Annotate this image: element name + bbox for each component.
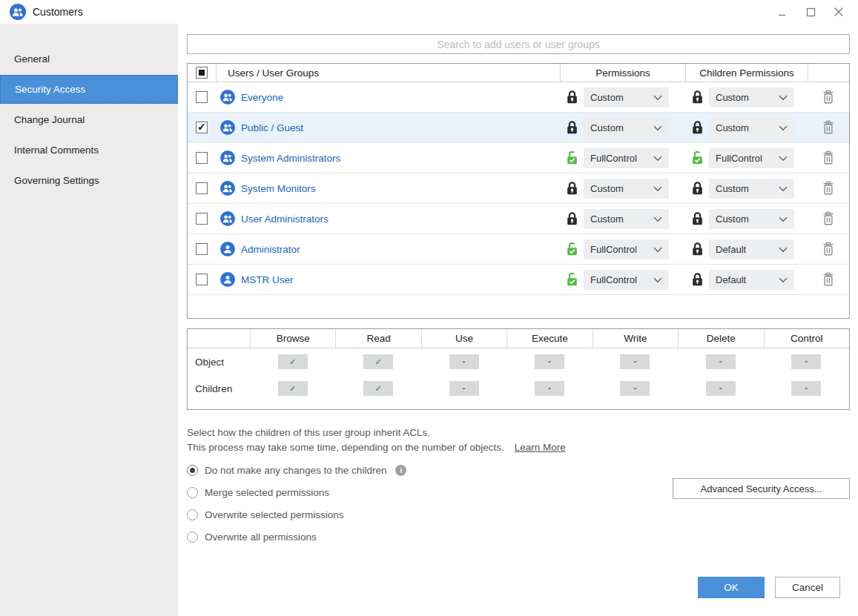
permission-toggle[interactable] [363,381,393,396]
children-permissions-dropdown[interactable]: Custom [709,179,794,199]
permission-toggle[interactable] [278,381,308,396]
acl-description-line2: This process may take some time, dependi… [187,442,504,453]
delete-icon[interactable] [822,242,835,256]
delete-icon[interactable] [822,150,835,165]
user-name[interactable]: Public / Guest [241,122,303,133]
permission-lock-icon[interactable] [566,120,578,135]
children-permission-lock-icon[interactable] [691,120,704,135]
permission-lock-icon[interactable] [566,242,578,256]
radio-button[interactable] [187,531,198,543]
delete-icon[interactable] [822,90,835,105]
sidebar-item-security-access[interactable]: Security Access [0,75,178,104]
search-input[interactable] [188,35,849,53]
delete-icon[interactable] [822,120,835,135]
ok-button[interactable]: OK [698,577,765,598]
children-permission-lock-icon[interactable] [691,211,704,226]
select-all-checkbox[interactable] [196,67,208,79]
radio-button[interactable] [187,509,198,520]
permission-lock-icon[interactable] [566,272,578,287]
chevron-down-icon [779,151,788,165]
permission-toggle[interactable] [791,381,821,396]
table-row: MSTR User FullControl Default [188,265,849,295]
permission-toggle[interactable] [535,381,564,396]
permissions-dropdown[interactable]: Custom [584,179,669,199]
children-permissions-dropdown[interactable]: Default [709,270,794,290]
children-permissions-dropdown[interactable]: Custom [709,209,794,229]
matrix-column-header: Use [455,333,473,344]
row-checkbox[interactable] [196,91,208,103]
user-name[interactable]: System Monitors [241,183,316,194]
permissions-dropdown[interactable]: Custom [584,87,669,107]
permission-toggle[interactable] [278,354,308,369]
radio-option-no-changes[interactable]: Do not make any changes to the children … [187,463,406,477]
user-name[interactable]: MSTR User [241,274,294,285]
sidebar-item-internal-comments[interactable]: Internal Comments [0,136,178,165]
permission-toggle[interactable] [791,354,821,369]
user-name[interactable]: Everyone [241,92,283,103]
permissions-dropdown[interactable]: FullControl [584,270,669,290]
permission-toggle[interactable] [449,381,479,396]
radio-option-merge[interactable]: Merge selected permissions [187,485,329,500]
matrix-row-object: Object [188,348,849,375]
radio-label: Overwrite all permissions [205,531,317,543]
radio-button[interactable] [187,465,198,476]
advanced-security-access-button[interactable]: Advanced Security Access... [673,478,850,499]
children-permissions-dropdown[interactable]: FullControl [709,148,794,168]
children-permission-lock-icon[interactable] [691,181,704,196]
user-name[interactable]: Administrator [241,244,300,255]
user-name[interactable]: System Administrators [241,153,340,164]
sidebar-item-governing-settings[interactable]: Governing Settings [0,166,178,195]
sidebar-item-general[interactable]: General [0,44,178,73]
chevron-down-icon [779,242,788,256]
children-permission-lock-icon[interactable] [691,150,704,165]
radio-option-overwrite-selected[interactable]: Overwrite selected permissions [187,507,344,522]
matrix-column-header: Browse [277,333,310,344]
radio-label: Merge selected permissions [205,487,329,498]
permissions-dropdown[interactable]: FullControl [584,148,669,168]
cancel-button[interactable]: Cancel [775,577,840,598]
user-name[interactable]: User Administrators [241,213,329,225]
children-permission-lock-icon[interactable] [691,242,704,256]
learn-more-link[interactable]: Learn More [515,442,566,453]
row-checkbox[interactable] [196,182,208,194]
permission-lock-icon[interactable] [566,150,578,165]
permission-toggle[interactable] [363,354,393,369]
permission-toggle[interactable] [449,354,479,369]
row-checkbox[interactable] [196,213,208,225]
maximize-button[interactable] [805,6,816,18]
permission-toggle[interactable] [706,354,736,369]
user-group-icon [220,150,235,165]
permission-toggle[interactable] [620,381,650,396]
row-checkbox[interactable] [196,152,208,164]
minimize-button[interactable] [776,6,788,18]
user-group-icon [220,181,235,196]
permission-lock-icon[interactable] [566,181,578,196]
children-permissions-dropdown[interactable]: Custom [709,118,794,138]
permissions-dropdown[interactable]: Custom [584,209,669,229]
permission-toggle[interactable] [620,354,650,369]
info-icon[interactable]: i [395,465,406,476]
children-permissions-dropdown[interactable]: Default [709,239,794,259]
chevron-down-icon [653,273,662,286]
sidebar-item-change-journal[interactable]: Change Journal [0,105,178,134]
permission-lock-icon[interactable] [566,90,578,105]
permissions-dropdown[interactable]: Custom [584,118,669,138]
delete-icon[interactable] [822,272,835,287]
children-permission-lock-icon[interactable] [691,90,704,105]
table-row: User Administrators Custom Custom [188,204,849,234]
children-permission-lock-icon[interactable] [691,272,704,287]
row-checkbox[interactable] [196,122,208,133]
permission-toggle[interactable] [706,381,736,396]
permission-toggle[interactable] [535,354,564,369]
close-button[interactable] [833,6,845,18]
children-permissions-dropdown[interactable]: Custom [709,87,794,107]
permission-lock-icon[interactable] [566,211,578,226]
permissions-dropdown[interactable]: FullControl [584,239,669,259]
radio-option-overwrite-all[interactable]: Overwrite all permissions [187,529,317,544]
radio-button[interactable] [187,487,198,498]
chevron-down-icon [653,242,662,256]
delete-icon[interactable] [822,181,835,196]
delete-icon[interactable] [822,211,835,226]
row-checkbox[interactable] [196,274,208,285]
row-checkbox[interactable] [196,243,208,255]
